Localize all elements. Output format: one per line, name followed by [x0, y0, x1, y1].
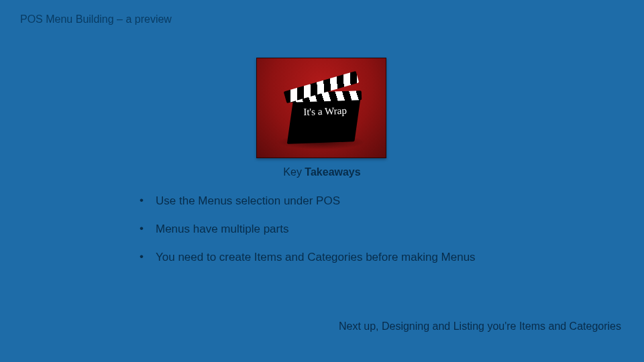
clapperboard-text: It's a Wrap [291, 105, 359, 118]
slide: POS Menu Building – a preview It's a Wra… [0, 0, 644, 362]
bullet-item: Menus have multiple parts [140, 223, 590, 236]
slide-title: POS Menu Building – a preview [20, 13, 172, 25]
bullet-list: Use the Menus selection under POS Menus … [140, 194, 590, 279]
hero-image: It's a Wrap [256, 58, 386, 158]
bullet-item: Use the Menus selection under POS [140, 194, 590, 208]
footer-text: Next up, Designing and Listing you're It… [339, 320, 621, 333]
subheading-prefix: Key [283, 166, 302, 178]
bullet-item: You need to create Items and Categories … [140, 251, 590, 264]
subheading-main: Takeaways [305, 166, 360, 178]
subheading: Key Takeaways [0, 166, 644, 178]
